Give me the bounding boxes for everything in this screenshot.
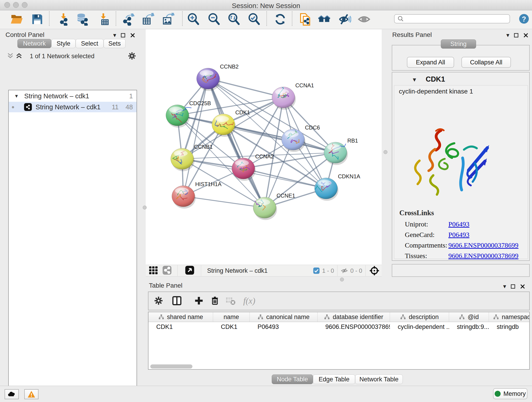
zoom-out-button[interactable] — [207, 12, 221, 26]
tab-network-table[interactable]: Network Table — [355, 375, 403, 384]
tab-sets[interactable]: Sets — [104, 39, 126, 48]
crosslink-link[interactable]: 9606.ENSP00000378699 — [448, 241, 519, 249]
table-horizontal-scrollbar[interactable] — [150, 364, 192, 369]
maximize-panel-icon[interactable] — [120, 32, 126, 38]
cell-name[interactable]: CDK1 — [213, 322, 250, 332]
collection-count: 1 — [129, 92, 133, 100]
table-options-button[interactable] — [152, 294, 165, 307]
zoom-fit-button[interactable] — [227, 12, 241, 26]
crosslink-link[interactable]: 9606.ENSP00000378699 — [448, 252, 519, 260]
network-collection-row[interactable]: ▼ String Network – cdk1 1 — [9, 91, 137, 101]
column-header-shared-name[interactable]: shared name — [148, 312, 213, 322]
hidden-eye-icon[interactable] — [340, 267, 348, 274]
float-panel-icon[interactable]: ▾ — [503, 283, 506, 290]
tab-node-table[interactable]: Node Table — [272, 375, 313, 384]
create-column-button[interactable] — [192, 294, 205, 307]
expand-all-networks-button[interactable] — [15, 52, 23, 61]
protein-structure-image — [406, 122, 493, 198]
close-panel-icon[interactable] — [523, 32, 529, 38]
export-network-button[interactable] — [122, 12, 136, 26]
crosslink-link[interactable]: P06493 — [448, 231, 469, 239]
cell-namespace[interactable]: stringdb — [489, 322, 530, 332]
cell-id[interactable]: stringdb:9... — [449, 322, 489, 332]
column-header-namespace[interactable]: namespace — [489, 312, 530, 322]
maximize-panel-icon[interactable] — [510, 284, 516, 289]
search-box[interactable] — [394, 14, 510, 23]
memory-label: Memory — [503, 390, 526, 397]
column-header-database-identifier[interactable]: database identifier — [317, 312, 390, 322]
import-network-button[interactable] — [56, 12, 70, 26]
close-panel-icon[interactable] — [520, 284, 525, 289]
column-header-name[interactable]: name — [213, 312, 250, 322]
hide-selected-button[interactable] — [338, 12, 352, 26]
tab-style[interactable]: Style — [51, 39, 76, 48]
table-row[interactable]: CDK1 CDK1 P06493 9606.ENSP00000378699 cy… — [148, 322, 529, 332]
export-image-button[interactable] — [161, 12, 175, 26]
tree-expander-icon[interactable]: ▼ — [14, 94, 19, 99]
left-splitter-handle[interactable] — [143, 206, 147, 210]
cell-description[interactable]: cyclin-dependent ... — [390, 322, 449, 332]
tab-string[interactable]: String — [441, 39, 476, 49]
cell-shared-name[interactable]: CDK1 — [148, 322, 213, 332]
network-view-canvas[interactable]: CCNB2CCNA1CDC25BCDK1CDC6RB1CCNB1CCNA2CDK… — [146, 29, 382, 265]
toolbar-separator — [266, 11, 267, 26]
float-panel-icon[interactable]: ▾ — [506, 32, 509, 39]
clone-network-button[interactable] — [298, 12, 312, 26]
help-button[interactable]: ? — [519, 13, 529, 25]
zoom-in-button[interactable] — [186, 12, 201, 26]
column-header-description[interactable]: description — [390, 312, 449, 322]
table-toolbar: f(x) — [148, 292, 530, 310]
column-header-canonical-name[interactable]: canonical name — [250, 312, 317, 322]
warnings-button[interactable] — [24, 389, 38, 399]
crosslink-link[interactable]: P06493 — [448, 220, 469, 228]
section-expander-icon[interactable]: ▼ — [412, 77, 417, 83]
import-table-button[interactable] — [96, 12, 110, 26]
delete-column-button[interactable] — [209, 294, 221, 307]
float-panel-icon[interactable]: ▾ — [113, 32, 116, 39]
zoom-selected-icon — [248, 13, 260, 26]
right-splitter-handle[interactable] — [384, 150, 387, 154]
cloud-status-button[interactable] — [5, 389, 19, 399]
show-hidden-button[interactable] — [357, 12, 371, 26]
svg-text:CDKN1A: CDKN1A — [338, 173, 360, 179]
collapse-all-networks-button[interactable] — [6, 52, 14, 61]
svg-text:CDC25B: CDC25B — [189, 100, 211, 106]
search-input[interactable] — [404, 15, 504, 23]
import-network-from-database-button[interactable] — [75, 12, 89, 26]
memory-button[interactable]: Memory — [493, 388, 527, 399]
tab-select[interactable]: Select — [76, 39, 104, 48]
maximize-panel-icon[interactable] — [513, 32, 519, 38]
network-graph[interactable]: CCNB2CCNA1CDC25BCDK1CDC6RB1CCNB1CCNA2CDK… — [146, 29, 382, 265]
birdseye-toggle-button[interactable] — [148, 266, 159, 276]
gear-icon — [153, 296, 164, 306]
save-session-button[interactable] — [30, 12, 44, 26]
selected-checkbox-icon[interactable] — [313, 267, 320, 274]
network-selection-status: 1 of 1 Network selected — [30, 53, 94, 60]
crosslink-label: GeneCard: — [405, 231, 435, 239]
zoom-selected-button[interactable] — [247, 12, 261, 26]
gene-name: CDK1 — [426, 75, 445, 83]
share-icon — [162, 265, 172, 275]
copy-documents-icon — [299, 13, 312, 26]
network-type-icon — [24, 103, 32, 111]
tab-network[interactable]: Network — [17, 39, 51, 48]
collapse-all-button[interactable]: Collapse All — [462, 57, 511, 68]
cell-canonical-name[interactable]: P06493 — [250, 322, 317, 332]
show-all-networks-button[interactable] — [317, 12, 331, 26]
tab-edge-table[interactable]: Edge Table — [313, 375, 355, 384]
apply-layout-button[interactable] — [273, 12, 287, 26]
results-panel: Results Panel ▾ String Expand All Collap… — [389, 29, 532, 278]
close-panel-icon[interactable] — [130, 32, 135, 38]
network-row-selected[interactable]: ● String Network – cdk1 11 48 — [9, 102, 137, 112]
network-panel-options-button[interactable] — [127, 51, 137, 61]
crosshair-icon[interactable] — [369, 266, 380, 276]
cell-database-identifier[interactable]: 9606.ENSP00000378699 — [317, 322, 390, 332]
expand-all-button[interactable]: Expand All — [407, 57, 454, 68]
zoom-fit-icon — [228, 13, 240, 26]
export-table-button[interactable] — [141, 12, 155, 26]
open-session-button[interactable] — [10, 12, 24, 26]
column-header-id[interactable]: @id — [449, 312, 489, 322]
network-status-dot-icon: ● — [12, 104, 14, 110]
detach-view-button[interactable] — [185, 265, 195, 276]
show-columns-button[interactable] — [171, 294, 183, 307]
